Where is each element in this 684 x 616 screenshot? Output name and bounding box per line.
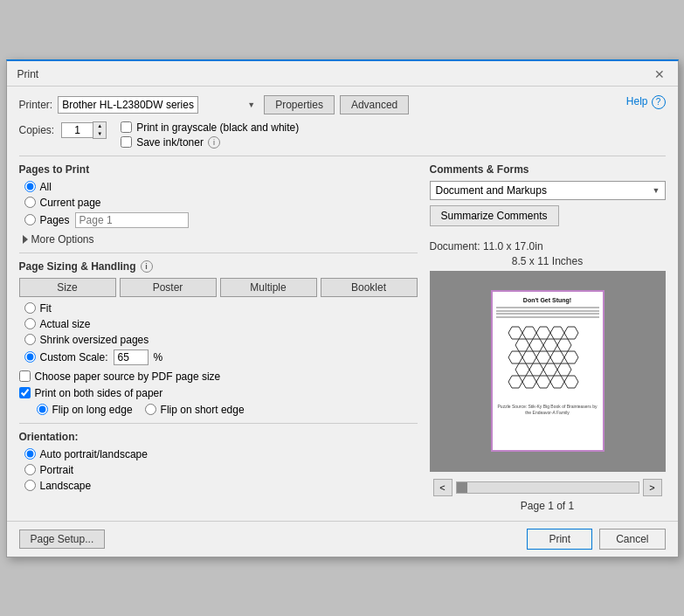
- all-label: All: [40, 181, 52, 193]
- help-link[interactable]: Help: [626, 95, 648, 107]
- pages-label: Pages: [40, 214, 70, 226]
- copies-row: Copies: 1 ▲ ▼: [19, 121, 107, 139]
- flip-short-label[interactable]: Flip on short edge: [145, 404, 245, 416]
- next-button[interactable]: >: [643, 479, 662, 496]
- copies-input[interactable]: 1: [61, 122, 93, 138]
- poster-button[interactable]: Poster: [120, 278, 217, 297]
- summarize-comments-button[interactable]: Summarize Comments: [430, 205, 559, 226]
- shrink-radio-label[interactable]: Shrink oversized pages: [24, 334, 418, 346]
- flip-short-radio[interactable]: [145, 404, 156, 415]
- printer-select-wrapper[interactable]: Brother HL-L2380DW series: [58, 96, 259, 114]
- svg-marker-12: [550, 351, 564, 363]
- pages-radio-label[interactable]: Pages: [24, 214, 70, 226]
- svg-marker-2: [536, 327, 550, 339]
- choose-paper-checkbox[interactable]: [19, 370, 31, 382]
- portrait-text: Portrait: [40, 464, 74, 476]
- more-options[interactable]: More Options: [19, 233, 418, 246]
- grayscale-checkbox-label[interactable]: Print in grayscale (black and white): [121, 121, 299, 134]
- svg-marker-15: [529, 363, 543, 376]
- page-sizing-title: Page Sizing & Handling i: [19, 260, 418, 273]
- pages-radio[interactable]: [24, 214, 36, 225]
- top-area: Printer: Brother HL-L2380DW series Prope…: [19, 95, 666, 149]
- actual-size-radio-label[interactable]: Actual size: [24, 318, 418, 330]
- close-button[interactable]: ✕: [652, 66, 667, 82]
- flip-short-text: Flip on short edge: [161, 404, 245, 416]
- print-button[interactable]: Print: [527, 529, 592, 550]
- multiple-button[interactable]: Multiple: [220, 278, 317, 297]
- grayscale-checkbox[interactable]: [121, 121, 132, 133]
- size-button[interactable]: Size: [19, 278, 116, 297]
- printer-area: Printer: Brother HL-L2380DW series Prope…: [19, 95, 626, 149]
- svg-marker-5: [515, 339, 529, 351]
- nav-row: < >: [430, 479, 666, 496]
- flip-long-label[interactable]: Flip on long edge: [37, 404, 133, 416]
- printer-select[interactable]: Brother HL-L2380DW series: [58, 96, 198, 114]
- all-radio[interactable]: [24, 181, 36, 192]
- spin-up-button[interactable]: ▲: [93, 122, 106, 130]
- bottom-bar: Page Setup... Print Cancel: [7, 521, 678, 557]
- pages-to-print-title: Pages to Print: [19, 163, 418, 176]
- auto-orientation-label[interactable]: Auto portrait/landscape: [24, 448, 418, 460]
- extra-checkboxes: Choose paper source by PDF page size Pri…: [19, 370, 418, 416]
- auto-orientation-text: Auto portrait/landscape: [40, 448, 148, 460]
- choose-paper-label[interactable]: Choose paper source by PDF page size: [19, 370, 418, 383]
- preview-line-1: [496, 307, 599, 308]
- flip-long-radio[interactable]: [37, 404, 48, 415]
- spin-down-button[interactable]: ▼: [93, 130, 106, 138]
- help-area: Help ?: [626, 95, 666, 149]
- cancel-button[interactable]: Cancel: [599, 529, 665, 550]
- current-page-radio-label[interactable]: Current page: [24, 197, 418, 209]
- actual-size-radio[interactable]: [24, 318, 36, 329]
- fit-radio[interactable]: [24, 302, 36, 314]
- help-icon[interactable]: ?: [652, 95, 666, 109]
- page-setup-button[interactable]: Page Setup...: [19, 529, 106, 549]
- more-options-icon: [23, 235, 28, 244]
- save-ink-checkbox-label[interactable]: Save ink/toner i: [121, 136, 299, 149]
- all-radio-label[interactable]: All: [24, 181, 418, 193]
- nav-slider[interactable]: [456, 481, 639, 494]
- both-sides-label[interactable]: Print on both sides of paper: [19, 387, 418, 399]
- actual-size-label: Actual size: [40, 318, 91, 330]
- both-sides-checkbox[interactable]: [19, 387, 31, 398]
- svg-marker-16: [543, 363, 557, 376]
- choose-paper-text: Choose paper source by PDF page size: [35, 370, 221, 383]
- svg-marker-0: [508, 327, 522, 339]
- svg-marker-22: [564, 376, 578, 388]
- preview-title: Don't Get Stung!: [523, 297, 571, 304]
- sizing-info-icon[interactable]: i: [141, 260, 153, 273]
- scale-input[interactable]: 65: [114, 350, 149, 365]
- prev-button[interactable]: <: [433, 479, 453, 496]
- save-ink-checkbox[interactable]: [121, 136, 132, 148]
- printer-row: Printer: Brother HL-L2380DW series Prope…: [19, 95, 626, 114]
- svg-marker-11: [536, 351, 550, 363]
- landscape-radio[interactable]: [24, 480, 36, 491]
- comments-forms-select[interactable]: Document and Markups: [430, 181, 666, 200]
- auto-orientation-radio[interactable]: [24, 448, 36, 460]
- cf-select-wrapper[interactable]: Document and Markups: [430, 181, 666, 200]
- svg-marker-21: [550, 376, 564, 388]
- svg-marker-7: [543, 339, 557, 351]
- dialog-body: Printer: Brother HL-L2380DW series Prope…: [7, 87, 678, 521]
- landscape-text: Landscape: [40, 480, 92, 492]
- booklet-button[interactable]: Booklet: [321, 278, 418, 297]
- preview-line-4: [496, 316, 599, 318]
- printer-label: Printer:: [19, 99, 53, 111]
- properties-button[interactable]: Properties: [264, 95, 335, 114]
- portrait-radio[interactable]: [24, 464, 36, 475]
- svg-marker-17: [557, 363, 571, 376]
- title-bar: Print ✕: [7, 61, 678, 87]
- shrink-radio[interactable]: [24, 334, 36, 345]
- fit-radio-label[interactable]: Fit: [24, 302, 418, 315]
- landscape-label[interactable]: Landscape: [24, 480, 418, 492]
- svg-marker-10: [522, 351, 536, 363]
- info-icon[interactable]: i: [208, 136, 220, 149]
- dialog-title: Print: [17, 68, 39, 80]
- advanced-button[interactable]: Advanced: [340, 95, 409, 114]
- current-page-radio[interactable]: [24, 197, 36, 208]
- custom-scale-radio[interactable]: [24, 351, 36, 363]
- portrait-label[interactable]: Portrait: [24, 464, 418, 476]
- svg-marker-8: [557, 339, 571, 351]
- current-page-label: Current page: [40, 197, 101, 209]
- custom-scale-radio-label[interactable]: Custom Scale:: [24, 351, 108, 363]
- pages-input[interactable]: [75, 212, 189, 228]
